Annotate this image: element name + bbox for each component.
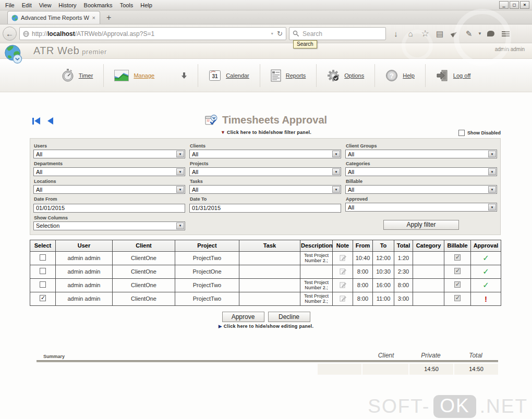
note-edit-icon[interactable] — [340, 254, 346, 261]
download-icon[interactable]: ↓ — [389, 28, 403, 40]
nav-item-help[interactable]: ? Help — [375, 64, 426, 87]
bookmarks-clipboard-icon[interactable]: ▤ — [432, 28, 447, 40]
decline-button[interactable]: Decline — [268, 312, 310, 322]
summary-row: 14:50 14:50 — [37, 364, 498, 375]
page-actions-icon[interactable]: ✎ — [462, 28, 476, 40]
note-edit-icon[interactable] — [340, 268, 346, 275]
bookmark-star-icon[interactable]: ☆ — [418, 27, 432, 41]
date-to-input[interactable] — [189, 204, 341, 213]
send-icon[interactable] — [447, 30, 462, 38]
approved-select[interactable]: All▼ — [345, 203, 497, 212]
menu-help[interactable]: Help — [137, 1, 156, 9]
reload-icon[interactable]: ↻ — [277, 30, 283, 38]
page-content: 12 Timesheets Approval ▼ Click here to h… — [0, 92, 532, 375]
gear-icon — [327, 69, 340, 82]
menu-icon[interactable] — [498, 29, 513, 39]
previous-page-icon[interactable] — [47, 117, 53, 125]
dropdown-arrow-icon[interactable]: ▼ — [488, 168, 496, 175]
nav-label-logoff: Log off — [453, 72, 470, 79]
col-total: Total — [394, 240, 413, 251]
nav-item-timer[interactable]: Timer — [51, 64, 104, 87]
row-select-checkbox[interactable] — [40, 281, 46, 288]
first-page-icon[interactable] — [32, 117, 40, 125]
dropdown-arrow-icon[interactable]: ▼ — [176, 168, 184, 175]
tasks-select[interactable]: All▼ — [189, 185, 341, 194]
projects-select[interactable]: All▼ — [189, 167, 341, 176]
locations-select[interactable]: All▼ — [33, 185, 185, 194]
dropdown-arrow-icon[interactable]: ▼ — [176, 223, 184, 229]
close-button[interactable]: × — [520, 1, 529, 9]
dropdown-arrow-icon[interactable]: ▼ — [176, 151, 184, 157]
new-tab-button[interactable]: + — [100, 13, 117, 24]
search-icon — [293, 30, 299, 37]
note-edit-icon[interactable] — [340, 281, 346, 288]
users-select[interactable]: All▼ — [33, 150, 185, 158]
dropdown-arrow-icon[interactable]: ▼ — [488, 186, 496, 193]
chevron-down-icon[interactable]: ▼ — [476, 30, 483, 38]
app-nav-bar: Timer Manage 31 Calendar R — [0, 59, 532, 92]
cell-task — [239, 278, 300, 292]
app-header: ATR Webpremier admin admin — [0, 43, 532, 59]
billable-select[interactable]: All▼ — [345, 185, 497, 194]
menu-tools[interactable]: Tools — [116, 1, 137, 9]
menu-file[interactable]: File — [2, 1, 18, 9]
pager-arrows — [32, 117, 53, 125]
categories-select[interactable]: All▼ — [345, 167, 497, 176]
cell-category — [413, 251, 444, 265]
url-bar[interactable]: http://localhost/ATRWeb/Approval.asp?S=1… — [19, 27, 286, 40]
approve-button[interactable]: Approve — [222, 312, 264, 322]
reports-document-icon — [271, 69, 281, 82]
show-disabled-checkbox[interactable] — [458, 130, 465, 136]
back-icon[interactable]: ← — [3, 27, 17, 41]
maximize-button[interactable]: □ — [510, 1, 519, 9]
menu-history[interactable]: History — [55, 1, 80, 9]
menu-bar: File Edit View History Bookmarks Tools H… — [0, 0, 532, 10]
clients-select[interactable]: All▼ — [189, 150, 341, 158]
nav-item-manage[interactable]: Manage — [104, 64, 198, 87]
menu-bookmarks[interactable]: Bookmarks — [80, 1, 116, 9]
departments-select[interactable]: All▼ — [33, 167, 185, 176]
triangle-right-icon: ▶ — [219, 324, 222, 329]
calendar-icon: 31 — [209, 69, 221, 82]
row-select-checkbox[interactable] — [40, 254, 46, 261]
tab-close-icon[interactable]: × — [92, 15, 96, 21]
home-icon[interactable]: ⌂ — [403, 28, 418, 40]
show-disabled-label: Show Disabled — [467, 130, 501, 135]
dropdown-arrow-icon[interactable]: ▼ — [176, 186, 184, 193]
note-edit-icon[interactable] — [340, 295, 346, 302]
cell-to: 12:00 — [373, 251, 394, 265]
nav-item-options[interactable]: Options — [317, 64, 375, 87]
table-row: admin admin ClientOne ProjectOne 8:00 10… — [30, 265, 501, 278]
menu-view[interactable]: View — [35, 1, 55, 9]
dropdown-arrow-icon[interactable]: ▼ — [488, 204, 496, 211]
chat-icon[interactable] — [483, 29, 498, 38]
editing-panel-toggle[interactable]: ▶ Click here to hide/show editing panel. — [0, 324, 532, 331]
cell-task — [239, 251, 300, 265]
date-from-input[interactable] — [33, 204, 185, 213]
show-columns-select[interactable]: Selection▼ — [33, 221, 185, 230]
nav-item-calendar[interactable]: 31 Calendar — [198, 64, 260, 87]
row-select-checkbox[interactable] — [40, 268, 46, 274]
manage-dropdown-arrow-icon[interactable] — [181, 72, 187, 79]
dropdown-arrow-icon[interactable]: ▼ — [332, 151, 340, 157]
search-input[interactable] — [301, 30, 364, 38]
minimize-button[interactable]: _ — [499, 1, 509, 9]
tab-advanced-time-reports[interactable]: Advanced Time Reports Web ... × — [7, 11, 100, 24]
dropdown-arrow-icon[interactable]: ▼ — [488, 151, 496, 157]
tasks-label: Tasks — [189, 176, 341, 185]
client-groups-select[interactable]: All▼ — [345, 150, 497, 158]
show-disabled-toggle[interactable]: Show Disabled — [458, 130, 501, 136]
search-box[interactable] — [289, 27, 386, 40]
menu-edit[interactable]: Edit — [18, 1, 35, 9]
triangle-down-icon: ▼ — [221, 130, 225, 135]
url-dropdown-icon[interactable]: ▼ — [270, 32, 274, 35]
approved-label: Approved — [345, 194, 497, 203]
row-select-checkbox[interactable] — [40, 295, 46, 301]
filter-panel-toggle[interactable]: ▼ Click here to hide/show filter panel. — [0, 130, 532, 137]
nav-item-logoff[interactable]: Log off — [426, 64, 481, 87]
nav-item-reports[interactable]: Reports — [260, 64, 317, 87]
apply-filter-button[interactable]: Apply filter — [383, 220, 459, 230]
dropdown-arrow-icon[interactable]: ▼ — [332, 186, 340, 193]
cell-description: Test Project Number 2.; — [300, 278, 333, 292]
dropdown-arrow-icon[interactable]: ▼ — [332, 168, 340, 175]
